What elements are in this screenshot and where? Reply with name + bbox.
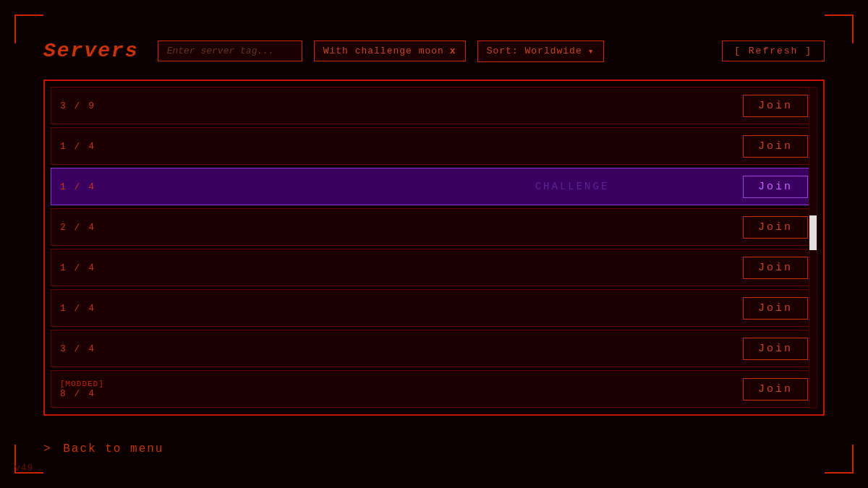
corner-bracket-tl	[14, 14, 43, 43]
server-tag-input[interactable]	[158, 40, 302, 61]
scrollbar-thumb[interactable]	[809, 215, 817, 250]
server-info: 1 / 4	[60, 303, 743, 314]
server-info: [MODDED]8 / 4	[60, 380, 743, 399]
back-label: Back to menu	[63, 442, 163, 455]
scrollbar-track[interactable]	[809, 87, 817, 408]
page-title: Servers	[43, 40, 139, 62]
challenge-label: CHALLENGE	[401, 181, 743, 192]
player-count: 1 / 4	[60, 181, 401, 192]
server-list-panel: 3 / 9Join1 / 4Join1 / 4CHALLENGEJoin2 / …	[43, 80, 825, 416]
back-to-menu[interactable]: > Back to menu	[43, 442, 163, 455]
player-count: 8 / 4	[60, 388, 743, 399]
version-label: v49	[14, 463, 33, 474]
server-row[interactable]: 3 / 4Join	[51, 330, 817, 367]
filter-close-button[interactable]: x	[450, 46, 456, 56]
server-info: 3 / 4	[60, 343, 743, 354]
header: Servers With challenge moon x Sort: Worl…	[43, 40, 825, 62]
filter-tag-label: With challenge moon	[323, 46, 444, 56]
server-list: 3 / 9Join1 / 4Join1 / 4CHALLENGEJoin2 / …	[45, 81, 823, 414]
player-count: 2 / 4	[60, 222, 743, 233]
join-button[interactable]: Join	[743, 176, 808, 198]
join-button[interactable]: Join	[743, 297, 808, 320]
server-row[interactable]: 1 / 4Join	[51, 289, 817, 327]
modded-tag: [MODDED]	[60, 380, 743, 388]
sort-dropdown[interactable]: Sort: Worldwide ▾	[477, 40, 604, 62]
server-row[interactable]: 2 / 4Join	[51, 208, 817, 246]
player-count: 1 / 4	[60, 303, 743, 314]
player-count: 3 / 4	[60, 343, 743, 354]
join-button[interactable]: Join	[743, 378, 808, 401]
join-button[interactable]: Join	[743, 135, 808, 158]
player-count: 1 / 4	[60, 141, 743, 152]
player-count: 1 / 4	[60, 262, 743, 273]
server-row[interactable]: 3 / 9Join	[51, 87, 817, 124]
server-info: 1 / 4	[60, 262, 743, 273]
filter-tag-challenge: With challenge moon x	[314, 40, 466, 61]
corner-bracket-br	[825, 445, 854, 474]
sort-arrow-icon: ▾	[588, 46, 595, 57]
join-button[interactable]: Join	[743, 338, 808, 360]
server-row[interactable]: 1 / 4CHALLENGEJoin	[51, 168, 817, 205]
back-arrow-icon: >	[43, 442, 52, 455]
sort-label: Sort: Worldwide	[487, 46, 582, 56]
server-row[interactable]: 1 / 4Join	[51, 249, 817, 286]
server-info: 1 / 4	[60, 181, 401, 192]
server-row[interactable]: [MODDED]8 / 4Join	[51, 370, 817, 408]
server-info: 3 / 9	[60, 100, 743, 111]
join-button[interactable]: Join	[743, 216, 808, 239]
corner-bracket-tr	[825, 14, 854, 43]
server-row[interactable]: 1 / 4Join	[51, 127, 817, 165]
join-button[interactable]: Join	[743, 257, 808, 279]
refresh-button[interactable]: [ Refresh ]	[722, 40, 825, 61]
join-button[interactable]: Join	[743, 95, 808, 117]
player-count: 3 / 9	[60, 100, 743, 111]
server-info: 1 / 4	[60, 141, 743, 152]
server-info: 2 / 4	[60, 222, 743, 233]
